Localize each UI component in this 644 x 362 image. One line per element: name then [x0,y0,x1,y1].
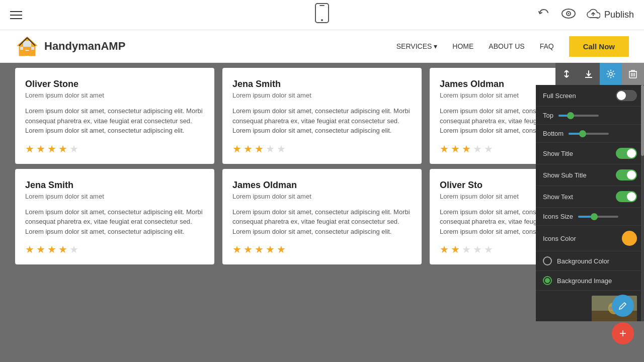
settings-row-iconsize: Icons Size [536,208,644,226]
star-0-0: ★ [25,143,34,155]
bottom-slider-track[interactable] [569,133,609,135]
publish-button[interactable]: Publish [586,9,634,21]
nav-home[interactable]: HOME [452,42,473,50]
star-1-0: ★ [232,143,242,155]
top-slider-thumb[interactable] [567,112,574,119]
star-2-1: ★ [451,143,460,155]
card-1-text: Lorem ipsum dolor sit amet, consectetur … [232,106,412,136]
star-3-0: ★ [25,243,34,255]
star-4-3: ★ [266,243,275,255]
iconsize-slider-container [578,216,637,218]
card-3-subtitle: Lorem ipsum dolor sit amet [25,193,204,200]
publish-label: Publish [604,10,634,20]
svg-rect-9 [31,47,34,50]
showtext-toggle[interactable] [616,191,637,202]
bgcolor-label: Background Color [557,257,637,265]
panel-scrollbar-thumb [641,85,644,156]
star-0-2: ★ [47,143,56,155]
card-4-text: Lorem ipsum dolor sit amet, consectetur … [232,207,412,237]
star-5-3: ★ [473,243,482,255]
top-slider-container [558,115,637,117]
card-4: James Oldman Lorem ipsum dolor sit amet … [222,169,422,265]
settings-row-bgimage: Background Image [536,271,644,291]
settings-row-bgcolor: Background Color [536,251,644,271]
card-3: Jena Smith Lorem ipsum dolor sit amet Lo… [15,169,214,265]
settings-row-showsubtitle: Show Sub Title [536,164,644,186]
settings-button[interactable] [600,63,622,85]
settings-scroll-area[interactable]: Full Screen Top Bottom [536,85,644,321]
bgimage-label: Background Image [557,277,637,285]
settings-row-fullscreen: Full Screen [536,85,644,107]
nav-faq[interactable]: FAQ [540,42,554,50]
star-2-2: ★ [462,143,471,155]
star-3-2: ★ [47,243,56,255]
preview-button[interactable] [561,8,576,22]
bgimage-radio[interactable] [543,276,552,285]
main-toolbar: Publish [0,0,644,30]
mobile-preview-icon[interactable] [315,3,329,27]
toolbar-left [10,11,22,19]
star-3-3: ★ [58,243,67,255]
settings-row-iconcolor: Icons Color [536,226,644,251]
card-toolbar [555,63,644,85]
nav-about[interactable]: ABOUT US [489,42,524,50]
download-button[interactable] [578,63,600,85]
card-1-stars: ★ ★ ★ ★ ★ [232,143,412,155]
sort-button[interactable] [555,63,578,85]
chevron-down-icon: ▾ [434,42,437,50]
iconcolor-picker[interactable] [622,231,637,246]
top-slider-track[interactable] [558,115,599,117]
bottom-slider-thumb[interactable] [579,130,586,137]
settings-panel: Full Screen Top Bottom [536,85,644,321]
star-1-3: ★ [266,143,275,155]
star-1-4: ★ [277,143,286,155]
call-now-button[interactable]: Call Now [569,36,629,57]
settings-row-showtext: Show Text [536,186,644,208]
star-5-1: ★ [451,243,460,255]
card-3-name: Jena Smith [25,180,204,191]
iconcolor-label: Icons Color [543,235,576,242]
edit-fab[interactable] [612,295,634,317]
fullscreen-toggle[interactable] [616,90,637,101]
svg-point-5 [568,13,569,14]
star-0-1: ★ [36,143,45,155]
toolbar-right: Publish [537,7,634,24]
star-4-0: ★ [232,243,242,255]
star-3-1: ★ [36,243,45,255]
bgcolor-radio[interactable] [543,256,552,265]
star-5-4: ★ [484,243,493,255]
card-0: Oliver Stone Lorem ipsum dolor sit amet … [15,68,214,164]
delete-button[interactable] [622,63,644,85]
main-content: Full Screen Top Bottom [0,63,644,362]
star-4-1: ★ [244,243,253,255]
settings-row-bottom: Bottom [536,125,644,143]
add-fab[interactable]: + [612,322,634,344]
iconsize-slider-track[interactable] [578,216,618,218]
logo: HandymanAMP [15,36,125,57]
star-4-4: ★ [277,243,286,255]
brand-name: HandymanAMP [44,40,125,53]
card-0-stars: ★ ★ ★ ★ ★ [25,143,204,155]
star-5-0: ★ [440,243,449,255]
nav-services[interactable]: SERVICES ▾ [396,42,438,50]
showtext-label: Show Text [543,193,573,201]
undo-button[interactable] [537,7,551,24]
settings-row-top: Top [536,107,644,125]
card-3-text: Lorem ipsum dolor sit amet, consectetur … [25,207,204,237]
bottom-slider-container [569,133,637,135]
card-4-name: James Oldman [232,180,412,191]
site-header: HandymanAMP SERVICES ▾ HOME ABOUT US FAQ… [0,30,644,63]
site-nav: SERVICES ▾ HOME ABOUT US FAQ Call Now [396,36,629,57]
panel-scrollbar [641,85,644,321]
card-0-name: Oliver Stone [25,79,204,89]
iconsize-slider-thumb[interactable] [591,213,598,220]
card-0-text: Lorem ipsum dolor sit amet, consectetur … [25,106,204,136]
showsubtitle-toggle[interactable] [616,169,637,180]
star-3-4: ★ [69,243,78,255]
star-4-2: ★ [255,243,264,255]
showtitle-toggle[interactable] [616,148,637,159]
add-icon: + [619,327,626,339]
star-2-3: ★ [473,143,482,155]
card-4-subtitle: Lorem ipsum dolor sit amet [232,193,412,200]
hamburger-menu[interactable] [10,11,22,19]
